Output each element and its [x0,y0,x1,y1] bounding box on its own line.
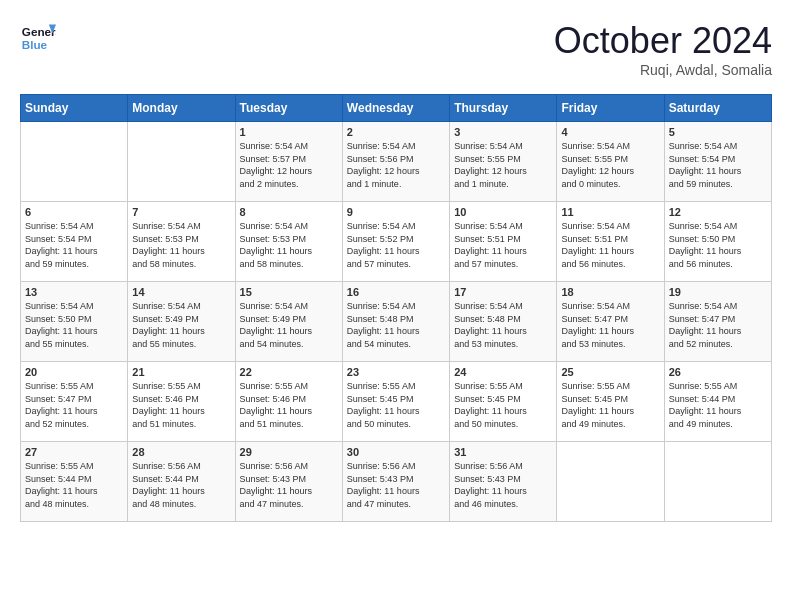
page-header: General Blue October 2024 Ruqi, Awdal, S… [20,20,772,78]
calendar-cell: 21Sunrise: 5:55 AM Sunset: 5:46 PM Dayli… [128,362,235,442]
calendar-cell: 27Sunrise: 5:55 AM Sunset: 5:44 PM Dayli… [21,442,128,522]
day-number: 16 [347,286,445,298]
week-row-3: 13Sunrise: 5:54 AM Sunset: 5:50 PM Dayli… [21,282,772,362]
day-number: 7 [132,206,230,218]
weekday-header-row: SundayMondayTuesdayWednesdayThursdayFrid… [21,95,772,122]
weekday-header-saturday: Saturday [664,95,771,122]
weekday-header-monday: Monday [128,95,235,122]
day-info: Sunrise: 5:54 AM Sunset: 5:52 PM Dayligh… [347,220,445,270]
weekday-header-thursday: Thursday [450,95,557,122]
calendar-cell: 3Sunrise: 5:54 AM Sunset: 5:55 PM Daylig… [450,122,557,202]
logo: General Blue [20,20,56,56]
day-number: 22 [240,366,338,378]
day-info: Sunrise: 5:54 AM Sunset: 5:54 PM Dayligh… [669,140,767,190]
day-info: Sunrise: 5:54 AM Sunset: 5:53 PM Dayligh… [132,220,230,270]
calendar-cell: 13Sunrise: 5:54 AM Sunset: 5:50 PM Dayli… [21,282,128,362]
day-number: 4 [561,126,659,138]
calendar-cell [21,122,128,202]
calendar-cell [557,442,664,522]
day-info: Sunrise: 5:54 AM Sunset: 5:47 PM Dayligh… [561,300,659,350]
calendar-cell: 19Sunrise: 5:54 AM Sunset: 5:47 PM Dayli… [664,282,771,362]
week-row-4: 20Sunrise: 5:55 AM Sunset: 5:47 PM Dayli… [21,362,772,442]
day-number: 15 [240,286,338,298]
calendar-cell: 5Sunrise: 5:54 AM Sunset: 5:54 PM Daylig… [664,122,771,202]
calendar-cell: 18Sunrise: 5:54 AM Sunset: 5:47 PM Dayli… [557,282,664,362]
day-number: 6 [25,206,123,218]
day-number: 25 [561,366,659,378]
day-info: Sunrise: 5:54 AM Sunset: 5:50 PM Dayligh… [669,220,767,270]
day-number: 1 [240,126,338,138]
day-number: 30 [347,446,445,458]
day-number: 14 [132,286,230,298]
day-info: Sunrise: 5:54 AM Sunset: 5:48 PM Dayligh… [347,300,445,350]
day-info: Sunrise: 5:55 AM Sunset: 5:46 PM Dayligh… [132,380,230,430]
calendar-cell: 30Sunrise: 5:56 AM Sunset: 5:43 PM Dayli… [342,442,449,522]
calendar-table: SundayMondayTuesdayWednesdayThursdayFrid… [20,94,772,522]
day-number: 9 [347,206,445,218]
calendar-cell: 31Sunrise: 5:56 AM Sunset: 5:43 PM Dayli… [450,442,557,522]
day-info: Sunrise: 5:54 AM Sunset: 5:55 PM Dayligh… [454,140,552,190]
calendar-cell: 9Sunrise: 5:54 AM Sunset: 5:52 PM Daylig… [342,202,449,282]
calendar-cell: 11Sunrise: 5:54 AM Sunset: 5:51 PM Dayli… [557,202,664,282]
day-info: Sunrise: 5:54 AM Sunset: 5:49 PM Dayligh… [132,300,230,350]
calendar-cell: 26Sunrise: 5:55 AM Sunset: 5:44 PM Dayli… [664,362,771,442]
day-number: 24 [454,366,552,378]
calendar-cell: 16Sunrise: 5:54 AM Sunset: 5:48 PM Dayli… [342,282,449,362]
calendar-cell: 10Sunrise: 5:54 AM Sunset: 5:51 PM Dayli… [450,202,557,282]
day-number: 17 [454,286,552,298]
calendar-cell: 22Sunrise: 5:55 AM Sunset: 5:46 PM Dayli… [235,362,342,442]
calendar-cell [128,122,235,202]
day-number: 31 [454,446,552,458]
logo-icon: General Blue [20,20,56,56]
day-number: 3 [454,126,552,138]
day-info: Sunrise: 5:55 AM Sunset: 5:45 PM Dayligh… [347,380,445,430]
day-info: Sunrise: 5:55 AM Sunset: 5:44 PM Dayligh… [669,380,767,430]
week-row-1: 1Sunrise: 5:54 AM Sunset: 5:57 PM Daylig… [21,122,772,202]
day-info: Sunrise: 5:54 AM Sunset: 5:47 PM Dayligh… [669,300,767,350]
day-info: Sunrise: 5:56 AM Sunset: 5:43 PM Dayligh… [240,460,338,510]
day-number: 8 [240,206,338,218]
calendar-cell: 7Sunrise: 5:54 AM Sunset: 5:53 PM Daylig… [128,202,235,282]
day-info: Sunrise: 5:54 AM Sunset: 5:48 PM Dayligh… [454,300,552,350]
calendar-cell: 20Sunrise: 5:55 AM Sunset: 5:47 PM Dayli… [21,362,128,442]
day-number: 18 [561,286,659,298]
month-title: October 2024 [554,20,772,62]
calendar-cell [664,442,771,522]
day-info: Sunrise: 5:56 AM Sunset: 5:43 PM Dayligh… [454,460,552,510]
weekday-header-sunday: Sunday [21,95,128,122]
day-info: Sunrise: 5:55 AM Sunset: 5:47 PM Dayligh… [25,380,123,430]
calendar-cell: 14Sunrise: 5:54 AM Sunset: 5:49 PM Dayli… [128,282,235,362]
day-number: 11 [561,206,659,218]
day-info: Sunrise: 5:54 AM Sunset: 5:54 PM Dayligh… [25,220,123,270]
day-number: 29 [240,446,338,458]
week-row-2: 6Sunrise: 5:54 AM Sunset: 5:54 PM Daylig… [21,202,772,282]
week-row-5: 27Sunrise: 5:55 AM Sunset: 5:44 PM Dayli… [21,442,772,522]
day-info: Sunrise: 5:55 AM Sunset: 5:44 PM Dayligh… [25,460,123,510]
day-info: Sunrise: 5:54 AM Sunset: 5:55 PM Dayligh… [561,140,659,190]
day-number: 23 [347,366,445,378]
title-block: October 2024 Ruqi, Awdal, Somalia [554,20,772,78]
day-info: Sunrise: 5:55 AM Sunset: 5:45 PM Dayligh… [454,380,552,430]
calendar-cell: 24Sunrise: 5:55 AM Sunset: 5:45 PM Dayli… [450,362,557,442]
calendar-cell: 15Sunrise: 5:54 AM Sunset: 5:49 PM Dayli… [235,282,342,362]
weekday-header-tuesday: Tuesday [235,95,342,122]
day-number: 10 [454,206,552,218]
svg-text:Blue: Blue [22,38,48,51]
calendar-cell: 8Sunrise: 5:54 AM Sunset: 5:53 PM Daylig… [235,202,342,282]
calendar-cell: 1Sunrise: 5:54 AM Sunset: 5:57 PM Daylig… [235,122,342,202]
calendar-cell: 23Sunrise: 5:55 AM Sunset: 5:45 PM Dayli… [342,362,449,442]
calendar-cell: 2Sunrise: 5:54 AM Sunset: 5:56 PM Daylig… [342,122,449,202]
calendar-cell: 28Sunrise: 5:56 AM Sunset: 5:44 PM Dayli… [128,442,235,522]
day-info: Sunrise: 5:54 AM Sunset: 5:56 PM Dayligh… [347,140,445,190]
day-info: Sunrise: 5:54 AM Sunset: 5:51 PM Dayligh… [561,220,659,270]
calendar-cell: 6Sunrise: 5:54 AM Sunset: 5:54 PM Daylig… [21,202,128,282]
calendar-cell: 4Sunrise: 5:54 AM Sunset: 5:55 PM Daylig… [557,122,664,202]
calendar-cell: 25Sunrise: 5:55 AM Sunset: 5:45 PM Dayli… [557,362,664,442]
weekday-header-wednesday: Wednesday [342,95,449,122]
day-info: Sunrise: 5:55 AM Sunset: 5:45 PM Dayligh… [561,380,659,430]
day-info: Sunrise: 5:56 AM Sunset: 5:44 PM Dayligh… [132,460,230,510]
day-number: 5 [669,126,767,138]
weekday-header-friday: Friday [557,95,664,122]
day-number: 12 [669,206,767,218]
calendar-cell: 12Sunrise: 5:54 AM Sunset: 5:50 PM Dayli… [664,202,771,282]
